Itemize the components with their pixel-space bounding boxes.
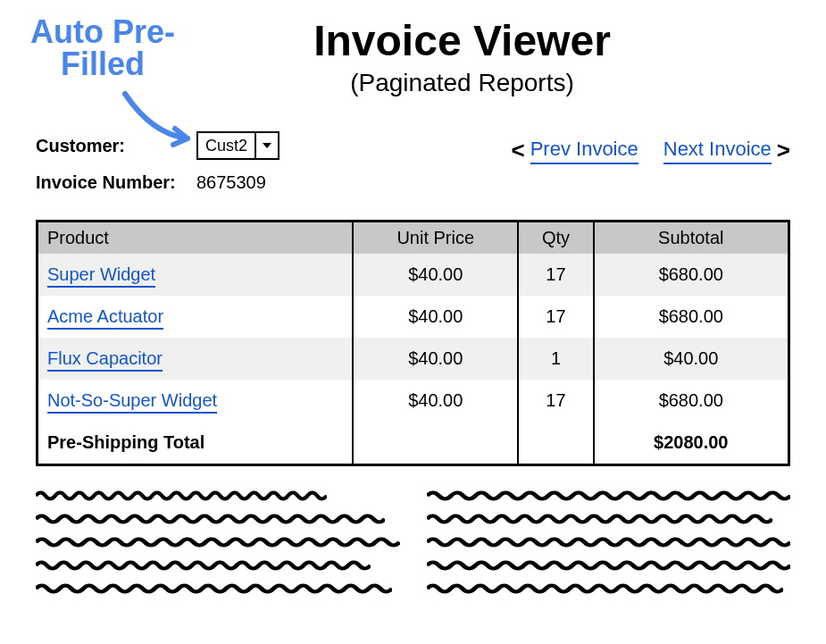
cell-qty: 17	[518, 296, 593, 338]
chevron-left-icon: <	[512, 137, 525, 164]
squiggle-icon	[427, 489, 791, 502]
squiggle-icon	[427, 513, 772, 525]
prev-invoice-label: Prev Invoice	[530, 138, 638, 164]
cell-qty: 17	[518, 254, 593, 296]
placeholder-column-left	[36, 489, 400, 606]
table-row: Not-So-Super Widget$40.0017$680.00	[38, 380, 789, 422]
table-row: Super Widget$40.0017$680.00	[38, 254, 789, 296]
cell-qty: 17	[518, 380, 593, 422]
squiggle-icon	[36, 513, 385, 525]
next-invoice-link[interactable]: Next Invoice >	[663, 137, 790, 164]
prev-invoice-link[interactable]: < Prev Invoice	[512, 137, 638, 164]
page-subtitle: (Paginated Reports)	[134, 69, 790, 97]
dropdown-button[interactable]	[254, 133, 278, 158]
cell-unit-price: $40.00	[353, 338, 518, 380]
product-link[interactable]: Not-So-Super Widget	[47, 390, 217, 414]
cell-subtotal: $40.00	[594, 338, 789, 380]
invoice-number-value: 8675309	[196, 172, 280, 193]
invoice-number-label: Invoice Number:	[36, 172, 196, 193]
annotation-label: Auto Pre- Filled	[9, 16, 196, 80]
squiggle-icon	[427, 582, 783, 595]
table-row: Flux Capacitor$40.001$40.00	[38, 338, 789, 380]
header-qty: Qty	[518, 222, 593, 255]
squiggle-icon	[36, 559, 371, 572]
squiggle-icon	[36, 536, 400, 548]
product-link[interactable]: Super Widget	[47, 264, 155, 288]
table-header-row: Product Unit Price Qty Subtotal	[38, 222, 789, 255]
squiggle-icon	[427, 536, 791, 548]
chevron-down-icon	[262, 141, 272, 150]
product-link[interactable]: Acme Actuator	[47, 306, 163, 330]
cell-unit-price: $40.00	[353, 254, 518, 296]
cell-subtotal: $680.00	[594, 254, 789, 296]
table-row: Acme Actuator$40.0017$680.00	[38, 296, 789, 338]
cell-unit-price: $40.00	[353, 380, 518, 422]
annotation-line1: Auto Pre-	[30, 13, 175, 50]
product-link[interactable]: Flux Capacitor	[47, 348, 163, 372]
header-unit-price: Unit Price	[353, 222, 518, 255]
next-invoice-label: Next Invoice	[663, 138, 772, 164]
squiggle-icon	[36, 489, 327, 502]
header-product: Product	[38, 222, 354, 255]
customer-dropdown-value: Cust2	[198, 133, 254, 158]
page-title: Invoice Viewer	[134, 16, 790, 65]
placeholder-text-block	[36, 489, 790, 606]
cell-subtotal: $680.00	[594, 296, 789, 338]
pager: < Prev Invoice Next Invoice >	[512, 137, 791, 164]
squiggle-icon	[427, 559, 791, 572]
cell-subtotal: $680.00	[594, 380, 789, 422]
customer-dropdown[interactable]: Cust2	[196, 131, 280, 160]
total-row: Pre-Shipping Total$2080.00	[38, 422, 789, 465]
chevron-right-icon: >	[777, 137, 790, 164]
cell-unit-price: $40.00	[353, 296, 518, 338]
invoice-table: Product Unit Price Qty Subtotal Super Wi…	[36, 220, 790, 466]
header-subtotal: Subtotal	[594, 222, 789, 255]
placeholder-column-right	[427, 489, 791, 606]
total-label: Pre-Shipping Total	[38, 422, 354, 465]
squiggle-icon	[36, 582, 392, 595]
cell-qty: 1	[518, 338, 593, 380]
customer-label: Customer:	[36, 136, 196, 156]
total-value: $2080.00	[594, 422, 789, 465]
annotation-line2: Filled	[61, 46, 145, 82]
